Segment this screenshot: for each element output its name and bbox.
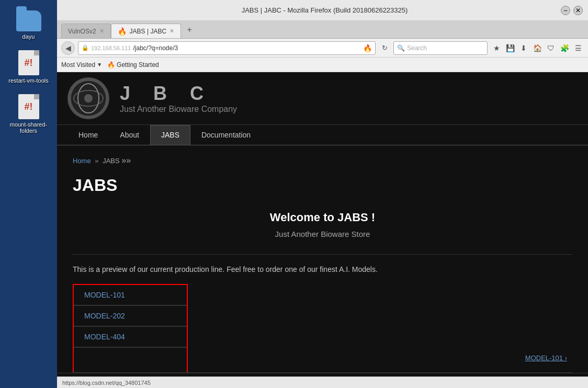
toolbar-icons: ★ 💾 ⬇ 🏠 🛡 🧩 ☰	[491, 42, 584, 54]
desktop-icon-label: restart-vm-tools	[8, 77, 48, 84]
new-tab-button[interactable]: +	[183, 24, 196, 36]
nav-jabs[interactable]: JABS	[150, 125, 190, 145]
search-icon: 🔍	[397, 44, 405, 52]
window-controls: – ✕	[561, 6, 583, 15]
model-404-link[interactable]: MODEL-404	[84, 333, 125, 341]
file-icon: #!	[18, 94, 39, 119]
brand-block: J B C Just Another Bioware Company	[120, 83, 237, 114]
bookmark-most-visited[interactable]: Most Visited ▼	[61, 61, 102, 69]
site-footer: 2020 © Vulnerable since 1980 https://blo…	[57, 373, 588, 376]
url-protocol: 192.168.56.111	[91, 45, 131, 51]
model-item-202: MODEL-202	[74, 306, 187, 326]
status-url: https://blog.csdn.net/qq_34801745	[62, 380, 151, 386]
home-icon[interactable]: 🏠	[532, 42, 543, 54]
tab-vulnosv2[interactable]: VulnOSv2 ✕	[61, 24, 111, 38]
desktop-icon-dayu[interactable]: dayu	[8, 10, 50, 40]
browser-window: JABS | JABC - Mozilla Firefox (Build 201…	[57, 0, 588, 388]
breadcrumb-home-link[interactable]: Home	[73, 157, 91, 165]
refresh-button[interactable]: ↻	[379, 42, 390, 54]
model-item-101: MODEL-101	[74, 285, 187, 305]
breadcrumb-current: JABS	[103, 157, 120, 165]
download-icon[interactable]: ⬇	[518, 42, 529, 54]
lock-icon: 🔒	[82, 44, 89, 51]
page-title: JABS	[73, 176, 572, 195]
page-content: J B C Just Another Bioware Company Home …	[57, 72, 588, 376]
desktop-icon-label: dayu	[22, 33, 35, 40]
desktop: dayu #! restart-vm-tools #! mount-shared…	[0, 0, 57, 388]
nav-home[interactable]: Home	[67, 125, 109, 145]
main-content: Home » JABS »» JABS Welcome to JABS ! Ju…	[57, 145, 588, 372]
nav-documentation[interactable]: Documentation	[190, 125, 262, 145]
firefox-icon: 🔥	[363, 44, 372, 52]
site-tagline: Just Another Bioware Company	[120, 105, 237, 114]
back-button[interactable]: ◀	[61, 41, 75, 55]
breadcrumb: Home » JABS »»	[73, 156, 572, 165]
desktop-icon-label: mount-shared-folders	[8, 121, 50, 134]
tab-label: VulnOSv2	[68, 28, 96, 35]
logo-image	[70, 80, 107, 117]
firefox-bookmark-icon: 🔥	[107, 61, 115, 69]
breadcrumb-arrows-icon: »»	[121, 156, 131, 165]
model-101-right-link[interactable]: MODEL-101 ›	[525, 354, 567, 362]
tab-jabs[interactable]: 🔥 JABS | JABC ✕	[111, 24, 181, 38]
status-bar: https://blog.csdn.net/qq_34801745	[57, 376, 588, 388]
model-101-link[interactable]: MODEL-101	[84, 291, 125, 299]
model-item-404: MODEL-404	[74, 327, 187, 347]
site-logo	[67, 77, 109, 119]
welcome-subtitle: Just Another Bioware Store	[73, 230, 572, 238]
svg-point-3	[84, 94, 93, 102]
folder-icon	[16, 10, 41, 31]
tab-close-icon[interactable]: ✕	[169, 28, 174, 35]
file-icon: #!	[18, 50, 39, 75]
close-button[interactable]: ✕	[573, 6, 583, 15]
bookmark-star-icon[interactable]: ★	[491, 42, 502, 54]
content-divider	[73, 254, 572, 255]
puzzle-icon[interactable]: 🧩	[559, 42, 570, 54]
window-title: JABS | JABC - Mozilla Firefox (Build 201…	[88, 6, 561, 14]
toolbar: ◀ 🔒 192.168.56.111 /jabc/?q=node/3 🔥 ↻ 🔍…	[57, 39, 588, 58]
bookmark-label: Getting Started	[117, 61, 159, 69]
tab-bar: VulnOSv2 ✕ 🔥 JABS | JABC ✕ +	[57, 21, 588, 39]
welcome-title: Welcome to JABS !	[73, 211, 572, 224]
model-link-row: MODEL-101 ›	[73, 354, 572, 362]
search-bar[interactable]: 🔍 Search	[393, 41, 488, 55]
tab-close-icon[interactable]: ✕	[99, 28, 104, 35]
breadcrumb-separator: »	[95, 157, 98, 165]
chevron-down-icon: ▼	[97, 62, 102, 67]
model-202-link[interactable]: MODEL-202	[84, 312, 125, 320]
title-bar: JABS | JABC - Mozilla Firefox (Build 201…	[57, 0, 588, 21]
firefox-tab-icon: 🔥	[118, 27, 127, 36]
save-icon[interactable]: 💾	[504, 42, 516, 54]
tab-label: JABS | JABC	[130, 28, 166, 35]
bookmark-getting-started[interactable]: 🔥 Getting Started	[107, 61, 159, 69]
minimize-button[interactable]: –	[561, 6, 570, 15]
nav-menu: Home About JABS Documentation	[57, 125, 588, 145]
desktop-icon-mount[interactable]: #! mount-shared-folders	[8, 94, 50, 134]
bookmarks-bar: Most Visited ▼ 🔥 Getting Started	[57, 58, 588, 72]
nav-about[interactable]: About	[109, 125, 150, 145]
location-bar[interactable]: 🔒 192.168.56.111 /jabc/?q=node/3 🔥	[78, 41, 376, 55]
preview-text: This is a preview of our current product…	[73, 265, 572, 273]
desktop-icon-restart-vm[interactable]: #! restart-vm-tools	[8, 50, 50, 84]
site-brand: J B C	[120, 83, 237, 105]
menu-icon[interactable]: ☰	[572, 42, 584, 54]
shield-icon[interactable]: 🛡	[545, 42, 557, 54]
site-header: J B C Just Another Bioware Company	[57, 72, 588, 125]
search-placeholder: Search	[407, 44, 427, 52]
bookmark-label: Most Visited	[61, 61, 95, 69]
